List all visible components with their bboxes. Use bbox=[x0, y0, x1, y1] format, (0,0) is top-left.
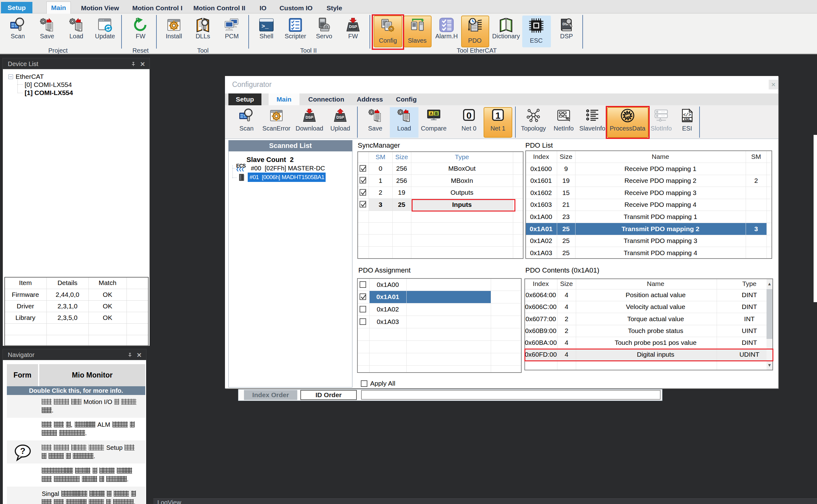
svg-text:?: ? bbox=[20, 446, 25, 456]
